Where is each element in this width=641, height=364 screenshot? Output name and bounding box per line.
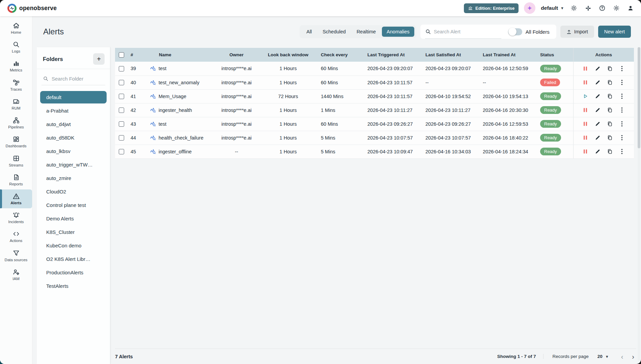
folder-search-input[interactable] (52, 76, 95, 82)
folder-item[interactable]: Demo Alerts (40, 212, 107, 225)
folder-item[interactable]: ProductionAlerts (40, 266, 107, 279)
search-alert-input[interactable] (434, 29, 481, 34)
pause-button[interactable] (581, 78, 590, 87)
sidebar-item-rum[interactable]: RUM (0, 95, 32, 114)
alert-owner: introsp****e.ai (212, 62, 261, 75)
sidebar-item-pipelines[interactable]: Pipelines (0, 114, 32, 132)
new-alert-button[interactable]: New alert (598, 26, 631, 38)
more-button[interactable] (617, 106, 626, 115)
clone-button[interactable] (605, 133, 614, 142)
folder-item[interactable]: KubeCon demo (40, 239, 107, 252)
edit-button[interactable] (593, 106, 602, 115)
edit-button[interactable] (593, 120, 602, 128)
more-button[interactable] (617, 147, 626, 156)
more-button[interactable] (617, 133, 626, 142)
more-button[interactable] (617, 64, 626, 73)
account-button[interactable] (626, 4, 635, 12)
pause-button[interactable] (581, 147, 590, 156)
sidebar-item-data-sources[interactable]: Data sources (0, 246, 32, 265)
more-button[interactable] (617, 120, 626, 128)
next-page-button[interactable]: › (630, 353, 636, 361)
row-checkbox[interactable] (119, 121, 124, 127)
folder-item[interactable]: auto_zmire (40, 172, 107, 184)
tab-scheduled[interactable]: Scheduled (318, 27, 351, 37)
more-button[interactable] (617, 78, 626, 87)
edit-button[interactable] (593, 64, 602, 73)
pause-button[interactable] (581, 64, 590, 73)
clone-button[interactable] (605, 64, 614, 73)
pause-button[interactable] (581, 120, 590, 128)
status-badge: Ready (540, 92, 561, 100)
ai-assistant-button[interactable] (524, 2, 535, 14)
brand-logo[interactable]: openobserve (7, 4, 57, 13)
records-per-page-select[interactable]: 20 ▼ (597, 354, 609, 359)
sidebar-item-actions[interactable]: Actions (0, 227, 32, 246)
edit-button[interactable] (593, 92, 602, 101)
stage: openobserve Edition: Enterprise default … (0, 0, 641, 364)
sidebar-item-streams[interactable]: Streams (0, 152, 32, 171)
folder-item[interactable]: O2 K8S Alert Libr… (40, 253, 107, 265)
slack-button[interactable] (584, 4, 592, 12)
sidebar-item-iam[interactable]: IAM (0, 265, 32, 284)
vertical-scrollbar[interactable] (638, 47, 640, 361)
folder-item[interactable]: Control plane test (40, 199, 107, 211)
org-selector[interactable]: default ▼ (541, 5, 564, 11)
resume-button[interactable] (581, 92, 590, 101)
clone-button[interactable] (605, 78, 614, 87)
clone-button[interactable] (605, 106, 614, 115)
look-back-window: 72 Hours (261, 89, 315, 103)
row-checkbox[interactable] (119, 80, 124, 85)
pause-button[interactable] (581, 133, 590, 142)
more-options-icon (621, 121, 623, 127)
clone-button[interactable] (605, 92, 614, 101)
table-row: 40test_new_anomalyintrosp****e.ai1 Hours… (115, 75, 634, 89)
select-all-checkbox[interactable] (119, 52, 124, 58)
tab-anomalies[interactable]: Anomalies (382, 27, 414, 37)
folder-item[interactable]: K8S_Cluster (40, 226, 107, 238)
folder-item[interactable]: CloudO2 (40, 185, 107, 198)
import-button[interactable]: Import (560, 26, 594, 38)
folder-item[interactable]: TestAlerts (40, 280, 107, 292)
row-checkbox[interactable] (119, 94, 124, 99)
scrollbar-thumb[interactable] (638, 47, 640, 148)
edit-button[interactable] (593, 133, 602, 142)
hierarchy-icon (12, 117, 20, 124)
alert-owner: introsp****e.ai (212, 103, 261, 117)
sidebar-item-reports[interactable]: Reports (0, 171, 32, 189)
sidebar-item-incidents[interactable]: Incidents (0, 208, 32, 227)
add-folder-button[interactable]: + (93, 53, 105, 65)
more-button[interactable] (617, 92, 626, 101)
pause-button[interactable] (581, 106, 590, 115)
help-button[interactable] (598, 4, 607, 12)
edit-button[interactable] (593, 78, 602, 87)
clone-button[interactable] (605, 120, 614, 128)
folder-item[interactable]: auto_d4jwt (40, 118, 107, 130)
all-folders-toggle[interactable] (508, 28, 522, 35)
sidebar-item-metrics[interactable]: Metrics (0, 57, 32, 75)
row-checkbox[interactable] (119, 149, 124, 154)
sidebar-item-alerts[interactable]: Alerts (0, 189, 32, 208)
edit-button[interactable] (593, 147, 602, 156)
tab-realtime[interactable]: Realtime (352, 27, 381, 37)
row-checkbox[interactable] (119, 108, 124, 113)
trace-nodes-icon (12, 79, 20, 86)
prev-page-button[interactable]: ‹ (619, 353, 625, 361)
folder-item-default[interactable]: default (40, 91, 107, 103)
last-triggered-at: 2026-04-23 10:09:47 (365, 145, 423, 158)
folder-item[interactable]: a-Prabhat (40, 104, 107, 117)
sidebar-item-logs[interactable]: Logs (0, 38, 32, 57)
row-checkbox[interactable] (119, 66, 124, 71)
clone-button[interactable] (605, 147, 614, 156)
sidebar-item-traces[interactable]: Traces (0, 76, 32, 95)
settings-button[interactable] (612, 4, 621, 12)
folder-item[interactable]: auto_d58DK (40, 131, 107, 144)
pause-icon (583, 108, 588, 113)
sidebar-item-home[interactable]: Home (0, 19, 32, 38)
folder-item[interactable]: auto_lkbsv (40, 145, 107, 157)
folder-item[interactable]: auto_trigger_wTW… (40, 158, 107, 171)
theme-toggle-button[interactable] (569, 4, 578, 12)
row-checkbox[interactable] (119, 135, 124, 141)
sidebar-item-dashboards[interactable]: Dashboards (0, 132, 32, 151)
pause-icon (583, 121, 588, 126)
tab-all[interactable]: All (302, 27, 316, 37)
